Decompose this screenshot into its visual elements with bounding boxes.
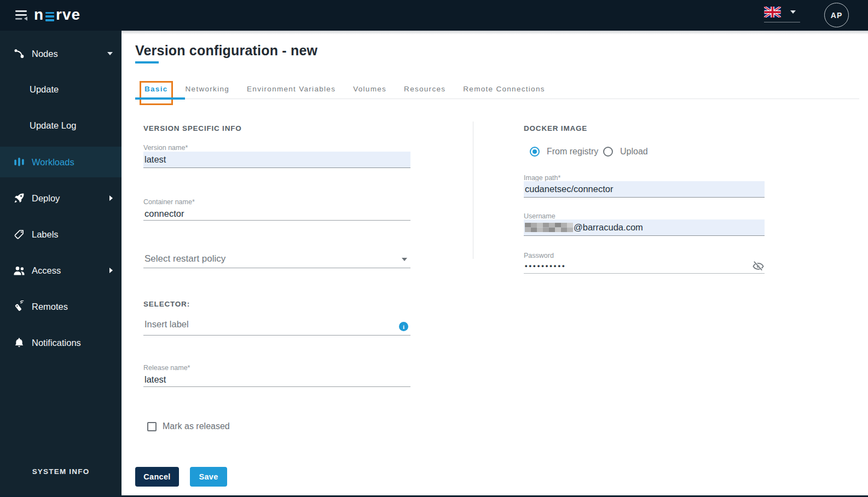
uk-flag-icon — [764, 7, 781, 18]
radio-unselected-icon[interactable] — [603, 147, 613, 157]
tab-resources[interactable]: Resources — [404, 85, 445, 99]
rocket-icon — [13, 192, 25, 204]
visibility-off-icon[interactable] — [752, 260, 765, 273]
release-name-label: Release name* — [143, 364, 190, 372]
mark-as-released-label: Mark as released — [163, 421, 230, 431]
page-title: Version configuration - new — [135, 43, 317, 59]
image-path-label: Image path* — [524, 174, 560, 182]
chevron-down-icon — [402, 258, 407, 261]
radio-upload[interactable]: Upload — [603, 147, 648, 157]
container-name-label: Container name* — [143, 198, 195, 206]
cancel-button[interactable]: Cancel — [135, 467, 179, 487]
selector-label-input[interactable]: Insert label i — [143, 316, 410, 336]
workloads-icon — [13, 156, 25, 168]
sidebar-item-deploy[interactable]: Deploy — [0, 187, 121, 209]
logo-text-right: rve — [56, 6, 80, 24]
remote-icon — [13, 300, 25, 313]
mark-as-released-row[interactable]: Mark as released — [147, 421, 230, 431]
version-name-input[interactable]: latest — [143, 152, 410, 168]
system-info-link[interactable]: SYSTEM INFO — [0, 467, 121, 476]
tab-environment-variables[interactable]: Environment Variables — [247, 85, 335, 99]
section-docker-image: DOCKER IMAGE — [524, 124, 587, 132]
mark-as-released-checkbox[interactable] — [147, 422, 157, 431]
info-icon[interactable]: i — [399, 322, 408, 331]
logo-text-left: n — [34, 6, 44, 24]
password-masked-value: •••••••••• — [524, 258, 765, 274]
chevron-down-icon — [107, 52, 113, 55]
sidebar-item-labels[interactable]: Labels — [0, 223, 121, 245]
selector-section-title: SELECTOR: — [143, 300, 190, 308]
tab-basic[interactable]: Basic — [144, 85, 168, 99]
chevron-right-icon — [109, 268, 113, 273]
language-dropdown[interactable] — [764, 7, 800, 22]
sidebar-item-notifications[interactable]: Notifications — [0, 332, 121, 354]
redacted-text-block — [525, 223, 573, 232]
nerve-logo[interactable]: n rve — [34, 6, 80, 24]
sidebar-item-remotes[interactable]: Remotes — [0, 296, 121, 317]
container-name-input[interactable]: connector — [143, 206, 410, 221]
chevron-down-icon — [790, 10, 796, 14]
sidebar-item-update-log[interactable]: Update Log — [0, 114, 121, 136]
top-bar: n rve AP — [0, 0, 868, 31]
release-name-input[interactable]: latest — [143, 372, 410, 387]
username-input[interactable]: @barracuda.com — [524, 219, 765, 236]
password-input[interactable]: •••••••••• — [524, 258, 765, 274]
section-version-specific-info: VERSION SPECIFIC INFO — [143, 124, 242, 132]
tab-networking[interactable]: Networking — [186, 85, 230, 99]
tab-remote-connections[interactable]: Remote Connections — [463, 85, 545, 99]
sidebar-item-workloads[interactable]: Workloads — [0, 147, 121, 177]
version-name-label: Version name* — [143, 144, 188, 152]
main-content: Version configuration - new Basic Networ… — [121, 31, 868, 497]
tab-bar: Basic Networking Environment Variables V… — [135, 81, 859, 99]
user-avatar[interactable]: AP — [824, 3, 849, 27]
save-button[interactable]: Save — [190, 467, 227, 487]
title-accent-bar — [135, 61, 159, 63]
chevron-right-icon — [109, 195, 113, 201]
menu-collapse-icon[interactable] — [15, 9, 28, 21]
logo-e-bars-icon — [45, 12, 54, 21]
restart-policy-select[interactable]: Select restart policy — [143, 251, 410, 268]
image-path-input[interactable]: cudanetsec/connector — [524, 181, 765, 198]
sidebar-item-update[interactable]: Update — [0, 78, 121, 100]
bell-icon — [13, 337, 25, 349]
username-visible-text: @barracuda.com — [574, 219, 643, 235]
tab-volumes[interactable]: Volumes — [353, 85, 386, 99]
language-underline — [764, 22, 800, 22]
username-label: Username — [524, 212, 555, 220]
tag-icon — [13, 228, 25, 240]
column-divider — [473, 122, 473, 259]
sidebar-item-access[interactable]: Access — [0, 259, 121, 281]
radio-selected-icon[interactable] — [530, 147, 540, 157]
people-icon — [13, 264, 25, 276]
sidebar: Nodes Update Update Log Workloads Deploy — [0, 31, 121, 495]
sidebar-item-nodes[interactable]: Nodes — [0, 43, 121, 65]
radio-from-registry[interactable]: From registry — [530, 147, 598, 157]
nodes-icon — [13, 48, 25, 60]
